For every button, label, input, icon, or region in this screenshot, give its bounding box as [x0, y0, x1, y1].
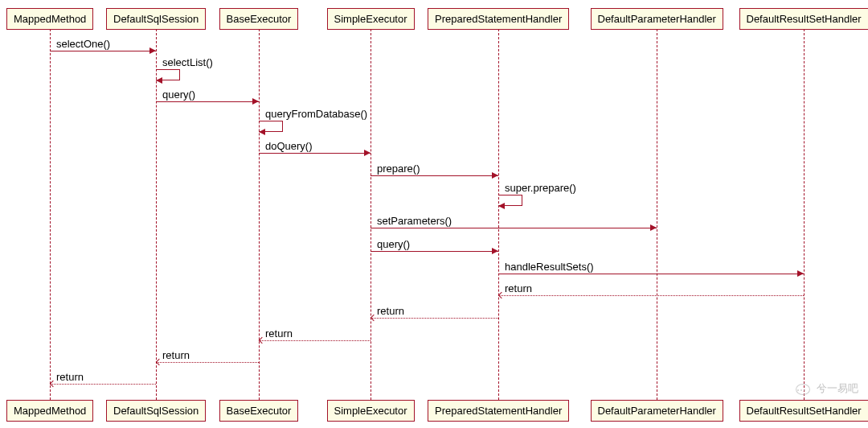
lifeline-BaseExecutor: [259, 29, 260, 400]
msg-label: return: [265, 327, 293, 340]
return-msg: [156, 362, 259, 363]
arrow-icon: [492, 248, 498, 254]
arrow-icon: [364, 150, 371, 156]
call-msg: [259, 153, 371, 154]
participant-PreparedStatementHandler: PreparedStatementHandler: [428, 8, 569, 30]
arrow-icon: [149, 47, 156, 54]
arrow-icon: [50, 381, 56, 387]
return-msg: [259, 340, 371, 341]
msg-label: prepare(): [377, 163, 420, 175]
lifeline-DefaultSqlSession: [156, 29, 157, 400]
msg-label: query(): [162, 88, 195, 101]
participant-MappedMethod: MappedMethod: [6, 400, 93, 422]
participant-DefaultResultSetHandler: DefaultResultSetHandler: [739, 400, 869, 422]
msg-label: super.prepare(): [505, 182, 576, 194]
participant-SimpleExecutor: SimpleExecutor: [327, 400, 415, 422]
arrow-icon: [492, 172, 498, 179]
msg-label: selectOne(): [56, 38, 110, 50]
lifeline-SimpleExecutor: [371, 29, 371, 400]
call-msg: [156, 101, 259, 102]
participant-DefaultResultSetHandler: DefaultResultSetHandler: [739, 8, 869, 30]
arrow-icon: [259, 129, 265, 135]
arrow-icon: [498, 292, 505, 298]
arrow-icon: [371, 315, 377, 321]
participant-MappedMethod: MappedMethod: [6, 8, 93, 30]
lifeline-MappedMethod: [50, 29, 51, 400]
arrow-icon: [797, 270, 804, 277]
watermark-text: 兮一易吧: [817, 382, 858, 394]
call-msg: [371, 228, 657, 228]
participant-BaseExecutor: BaseExecutor: [219, 8, 299, 30]
participant-BaseExecutor: BaseExecutor: [219, 400, 299, 422]
participant-DefaultParameterHandler: DefaultParameterHandler: [591, 8, 723, 30]
msg-label: query(): [377, 238, 410, 250]
arrow-icon: [252, 98, 259, 105]
participant-DefaultSqlSession: DefaultSqlSession: [106, 400, 206, 422]
arrow-icon: [259, 337, 265, 344]
return-msg: [371, 318, 498, 319]
return-msg: [50, 384, 156, 385]
call-msg: [50, 51, 156, 51]
call-msg: [498, 274, 804, 274]
arrow-icon: [498, 203, 505, 209]
participant-DefaultParameterHandler: DefaultParameterHandler: [591, 400, 723, 422]
participant-DefaultSqlSession: DefaultSqlSession: [106, 8, 206, 30]
msg-label: return: [377, 305, 404, 317]
msg-label: handleResultSets(): [505, 261, 594, 273]
arrow-icon: [156, 359, 162, 365]
msg-label: selectList(): [162, 56, 213, 68]
call-msg: [371, 251, 498, 252]
watermark: 兮一易吧: [796, 381, 858, 396]
msg-label: return: [56, 371, 84, 383]
msg-label: doQuery(): [265, 140, 313, 152]
call-msg: [371, 175, 498, 176]
msg-label: queryFromDatabase(): [265, 108, 367, 120]
arrow-icon: [650, 224, 657, 231]
arrow-icon: [156, 77, 162, 84]
return-msg: [498, 295, 804, 296]
participant-SimpleExecutor: SimpleExecutor: [327, 8, 415, 30]
lifeline-DefaultParameterHandler: [657, 29, 657, 400]
lifeline-DefaultResultSetHandler: [804, 29, 805, 400]
msg-label: return: [162, 349, 190, 361]
msg-label: setParameters(): [377, 215, 452, 227]
lifeline-PreparedStatementHandler: [498, 29, 499, 400]
msg-label: return: [505, 282, 532, 294]
participant-PreparedStatementHandler: PreparedStatementHandler: [428, 400, 569, 422]
